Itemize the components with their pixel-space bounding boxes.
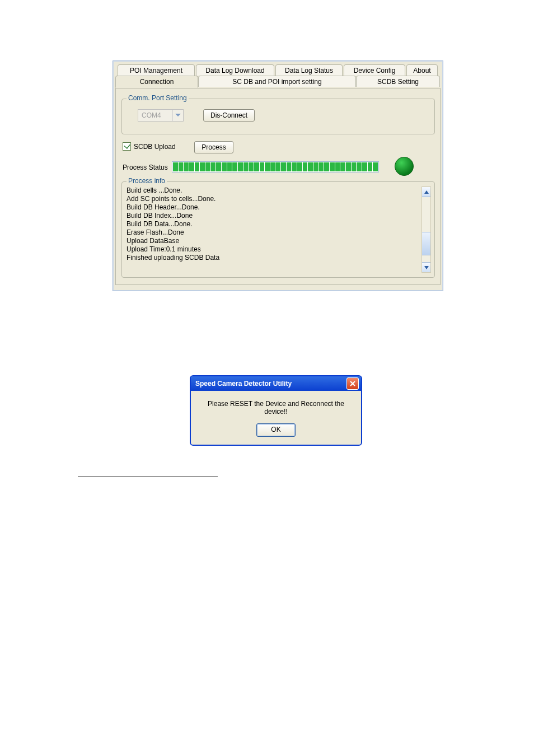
dialog-body: Please RESET the Device and Reconnect th… <box>191 391 361 445</box>
chevron-down-icon <box>172 110 183 121</box>
tab-scdb-setting[interactable]: SCDB Setting <box>356 76 440 87</box>
dialog-title: Speed Camera Detector Utility <box>195 380 292 388</box>
scroll-thumb[interactable] <box>422 232 430 255</box>
scroll-up-icon[interactable] <box>422 187 430 197</box>
com-port-combo[interactable]: COM4 <box>138 109 184 122</box>
dialog-titlebar[interactable]: Speed Camera Detector Utility <box>191 376 361 391</box>
connection-tab-body: Comm. Port Setting COM4 Dis-Connect SCDB… <box>115 88 441 285</box>
status-indicator-icon <box>395 157 414 176</box>
dialog-message: Please RESET the Device and Reconnect th… <box>199 400 353 416</box>
process-button[interactable]: Process <box>194 141 233 153</box>
reset-dialog: Speed Camera Detector Utility Please RES… <box>190 375 362 446</box>
disconnect-button[interactable]: Dis-Connect <box>203 109 255 122</box>
comm-port-legend: Comm. Port Setting <box>127 94 189 102</box>
scdb-upload-label: SCDB Upload <box>134 143 176 151</box>
tab-data-log-download[interactable]: Data Log Download <box>196 64 274 76</box>
scdb-upload-checkbox-row: SCDB Upload <box>123 142 176 151</box>
tab-scdb-poi-import[interactable]: SC DB and POI import setting <box>198 76 356 87</box>
tab-row-back: POI Management Data Log Download Data Lo… <box>113 64 443 76</box>
com-port-value: COM4 <box>138 111 172 119</box>
tab-data-log-status[interactable]: Data Log Status <box>275 64 343 76</box>
tab-device-config[interactable]: Device Config <box>344 64 405 76</box>
horizontal-rule <box>78 477 218 477</box>
process-status-progressbar <box>172 161 379 172</box>
process-info-scrollbar[interactable] <box>421 186 431 273</box>
scdb-upload-checkbox[interactable] <box>123 142 131 151</box>
comm-port-groupbox: Comm. Port Setting COM4 Dis-Connect <box>121 99 435 134</box>
tab-about[interactable]: About <box>406 64 438 76</box>
tab-poi-management[interactable]: POI Management <box>118 64 195 76</box>
process-info-legend: Process info <box>127 177 167 185</box>
process-info-text: Build cells ...Done. Add SC points to ce… <box>127 186 420 273</box>
process-info-groupbox: Process info Build cells ...Done. Add SC… <box>121 181 435 278</box>
close-icon[interactable] <box>346 377 359 390</box>
process-status-label: Process Status <box>123 164 168 171</box>
scroll-down-icon[interactable] <box>422 262 430 272</box>
main-window: POI Management Data Log Download Data Lo… <box>113 60 443 291</box>
tab-connection[interactable]: Connection <box>115 76 198 88</box>
ok-button[interactable]: OK <box>256 423 296 437</box>
tab-row-front: Connection SC DB and POI import setting … <box>113 76 443 88</box>
